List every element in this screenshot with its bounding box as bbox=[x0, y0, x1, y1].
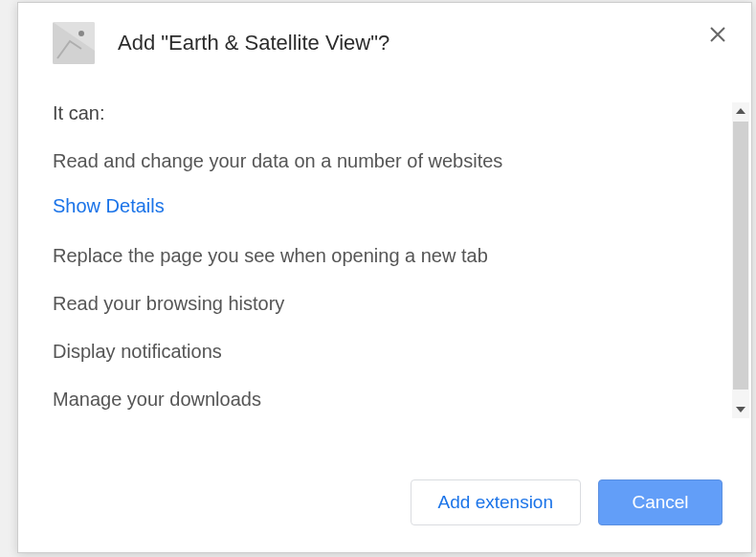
scrollbar-arrow-down[interactable] bbox=[732, 401, 749, 418]
close-icon bbox=[709, 26, 726, 43]
permission-item: Replace the page you see when opening a … bbox=[53, 242, 717, 269]
extension-install-dialog: Add "Earth & Satellite View"? It can: Re… bbox=[17, 2, 752, 553]
permission-item: Display notifications bbox=[53, 338, 717, 365]
scrollbar-arrow-up[interactable] bbox=[732, 102, 749, 120]
dialog-footer: Add extension Cancel bbox=[18, 453, 751, 552]
svg-point-1 bbox=[78, 31, 84, 36]
permissions-intro: It can: bbox=[53, 102, 717, 124]
dialog-title: Add "Earth & Satellite View"? bbox=[118, 31, 389, 56]
permission-item: Read your browsing history bbox=[53, 290, 717, 317]
show-details-link[interactable]: Show Details bbox=[53, 195, 717, 217]
permission-item: Manage your downloads bbox=[53, 386, 717, 412]
cancel-button[interactable]: Cancel bbox=[598, 479, 723, 525]
chevron-up-icon bbox=[736, 108, 745, 114]
chevron-down-icon bbox=[736, 407, 745, 412]
dialog-body: It can: Read and change your data on a n… bbox=[18, 102, 751, 418]
dialog-body-wrapper: It can: Read and change your data on a n… bbox=[18, 102, 751, 418]
permission-item: Read and change your data on a number of… bbox=[53, 147, 717, 174]
dialog-header: Add "Earth & Satellite View"? bbox=[18, 3, 751, 74]
add-extension-button[interactable]: Add extension bbox=[411, 479, 581, 525]
scrollbar-thumb[interactable] bbox=[733, 122, 748, 390]
close-button[interactable] bbox=[703, 20, 732, 49]
extension-icon bbox=[53, 22, 95, 64]
